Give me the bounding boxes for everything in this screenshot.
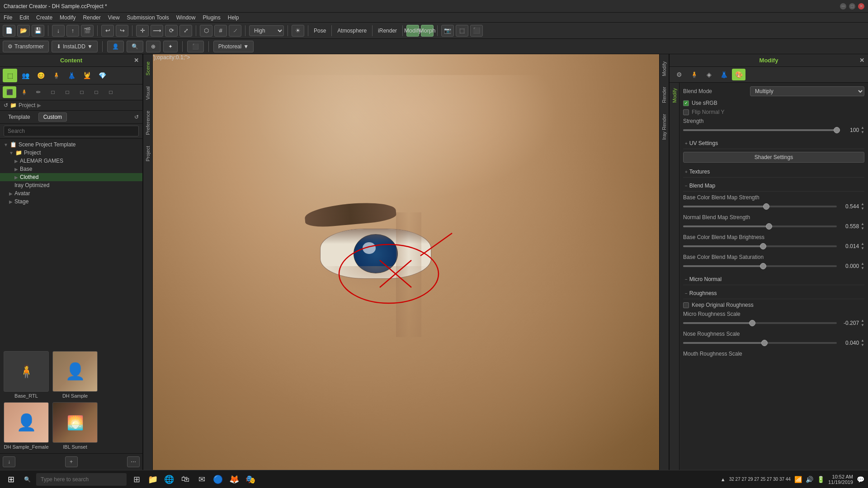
tb2-icon4[interactable]: ✦ <box>163 41 178 52</box>
nbms-down[interactable]: ▼ <box>861 226 864 230</box>
flip-normal-checkbox[interactable] <box>683 109 689 115</box>
grid-button[interactable]: # <box>214 25 227 37</box>
menu-plugins[interactable]: Plugins <box>203 14 220 21</box>
render-mode-button[interactable]: Photoreal ▼ <box>213 41 254 52</box>
tree-base[interactable]: ▶ Base <box>0 165 142 173</box>
rico-morph[interactable]: ◈ <box>702 69 716 80</box>
menu-file[interactable]: File <box>4 14 12 21</box>
side-tab-preference[interactable]: Preference <box>144 107 152 139</box>
task-app-firefox[interactable]: 🦊 <box>227 472 241 487</box>
sun-button[interactable]: ☀ <box>292 25 304 37</box>
content-ico-sq4[interactable]: □ <box>90 86 103 98</box>
task-app-edge[interactable]: 🌐 <box>162 472 176 487</box>
task-app-windows[interactable]: ⊞ <box>129 472 144 487</box>
menu-help[interactable]: Help <box>228 14 239 21</box>
tray-battery[interactable]: 🔋 <box>817 476 825 483</box>
bcbms-down[interactable]: ▼ <box>861 206 864 211</box>
pivot-button[interactable]: ⬡ <box>200 25 212 37</box>
panel-down-button[interactable]: ↓ <box>3 456 15 467</box>
pose-label[interactable]: Pose <box>312 28 328 34</box>
strength-up-arrow[interactable]: ▲ <box>861 126 864 130</box>
irender-label[interactable]: iRender <box>376 28 399 34</box>
tree-iray-optimized[interactable]: Iray Optimized <box>0 181 142 189</box>
shader-settings-button[interactable]: Shader Settings <box>683 152 864 163</box>
side-tab-visual[interactable]: Visual <box>144 83 152 103</box>
bcbmb-up[interactable]: ▲ <box>861 242 864 246</box>
micro-roughness-up[interactable]: ▲ <box>861 319 864 323</box>
content-ico-person2[interactable]: 🧍 <box>17 86 31 98</box>
blend-mode-dropdown[interactable]: Multiply Add Screen Normal <box>750 86 864 96</box>
iray-tab-modify[interactable]: Modify <box>660 58 668 80</box>
save-button[interactable]: 💾 <box>32 25 44 37</box>
taskbar-search-input[interactable] <box>36 473 127 486</box>
tree-project[interactable]: ▼ 📁 Project <box>0 149 142 157</box>
micro-roughness-down[interactable]: ▼ <box>861 323 864 327</box>
blend-map-section[interactable]: − Blend Map <box>683 180 864 192</box>
menu-view[interactable]: View <box>108 14 120 21</box>
snap-button[interactable]: ⟋ <box>229 25 241 37</box>
scale-button[interactable]: ⤢ <box>179 25 192 37</box>
minimize-button[interactable]: ─ <box>840 3 846 9</box>
task-app-cc[interactable]: 🎭 <box>243 472 258 487</box>
content-ico-sq2[interactable]: □ <box>61 86 74 98</box>
search-input[interactable] <box>4 126 139 136</box>
instaldld-button[interactable]: ⬇ InstaLDD ▼ <box>52 41 98 52</box>
content-ico-edit[interactable]: ✏ <box>32 86 45 98</box>
strength-slider-track[interactable] <box>683 129 837 131</box>
render-button[interactable]: 🎬 <box>81 25 94 37</box>
bcbmsat-up[interactable]: ▲ <box>861 262 864 266</box>
content-ico-grid[interactable]: ⬛ <box>3 86 16 98</box>
content-ico-hair[interactable]: 💆 <box>80 69 94 82</box>
side-tab-scene[interactable]: Scene <box>144 58 152 79</box>
rotate-button[interactable]: ⟳ <box>165 25 178 37</box>
strength-down-arrow[interactable]: ▼ <box>861 130 864 134</box>
view1-button[interactable]: ⬚ <box>456 25 468 37</box>
tree-alemar[interactable]: ▶ ALEMAR GAMES <box>0 157 142 165</box>
tray-notification[interactable]: 💬 <box>857 476 864 483</box>
nav-project[interactable]: Project <box>19 102 35 108</box>
thumb-dh-female[interactable]: DH Sample_Female <box>4 402 49 450</box>
iray-tab-render[interactable]: Render <box>660 83 668 107</box>
bcbmsat-down[interactable]: ▼ <box>861 266 864 270</box>
right-panel-close-button[interactable]: ✕ <box>859 57 864 64</box>
viewport[interactable]: ');opacity:0.1;"> <box>153 54 659 470</box>
task-app-store[interactable]: 🛍 <box>178 472 193 487</box>
nbms-up[interactable]: ▲ <box>861 222 864 226</box>
thumb-base-rtl[interactable]: 🧍 Base_RTL <box>4 351 49 399</box>
tray-up-arrow[interactable]: ▲ <box>721 477 726 482</box>
tab-template[interactable]: Template <box>4 113 35 121</box>
nav-refresh[interactable]: ↺ <box>4 102 8 108</box>
modify-toolbar-button[interactable]: Modify <box>406 25 419 37</box>
side-tab-project[interactable]: Project <box>144 142 152 165</box>
menu-modify[interactable]: Modify <box>60 14 75 21</box>
roughness-section[interactable]: − Roughness <box>683 288 864 299</box>
tray-volume[interactable]: 🔊 <box>806 476 813 483</box>
thumb-dh-sample[interactable]: DH Sample <box>52 351 98 399</box>
rico-person[interactable]: 🧍 <box>687 69 701 80</box>
content-ico-face[interactable]: 😊 <box>33 69 48 82</box>
textures-section[interactable]: + Textures <box>683 166 864 178</box>
micro-normal-section[interactable]: − Micro Normal <box>683 274 864 285</box>
panel-menu-button[interactable]: ⋯ <box>127 456 140 467</box>
template-refresh-button[interactable]: ↺ <box>134 114 139 120</box>
redo-button[interactable]: ↪ <box>116 25 128 37</box>
tb2-icon3[interactable]: ⊕ <box>146 41 160 52</box>
content-close-button[interactable]: ✕ <box>134 57 139 64</box>
task-app-browser[interactable]: 🔵 <box>211 472 225 487</box>
tree-avatar[interactable]: ▶ Avatar <box>0 189 142 197</box>
undo-button[interactable]: ↩ <box>101 25 114 37</box>
thumb-ibl-sunset[interactable]: IBL Sunset <box>52 402 98 450</box>
view2-button[interactable]: ⬛ <box>470 25 483 37</box>
export-button[interactable]: ↑ <box>66 25 79 37</box>
use-srgb-checkbox[interactable] <box>683 100 689 106</box>
start-button[interactable]: ⊞ <box>4 472 18 487</box>
content-ico-acc[interactable]: 💎 <box>95 69 109 82</box>
content-ico-body[interactable]: 🧍 <box>49 69 63 82</box>
content-ico-cloth[interactable]: 👗 <box>64 69 79 82</box>
tree-stage[interactable]: ▶ Stage <box>0 197 142 206</box>
search-taskbar-icon[interactable]: 🔍 <box>21 473 33 486</box>
morph-toolbar-button[interactable]: Morph <box>421 25 434 37</box>
atmosphere-label[interactable]: Atmosphere <box>335 28 368 34</box>
bcbms-up[interactable]: ▲ <box>861 202 864 206</box>
new-file-button[interactable]: 📄 <box>3 25 15 37</box>
